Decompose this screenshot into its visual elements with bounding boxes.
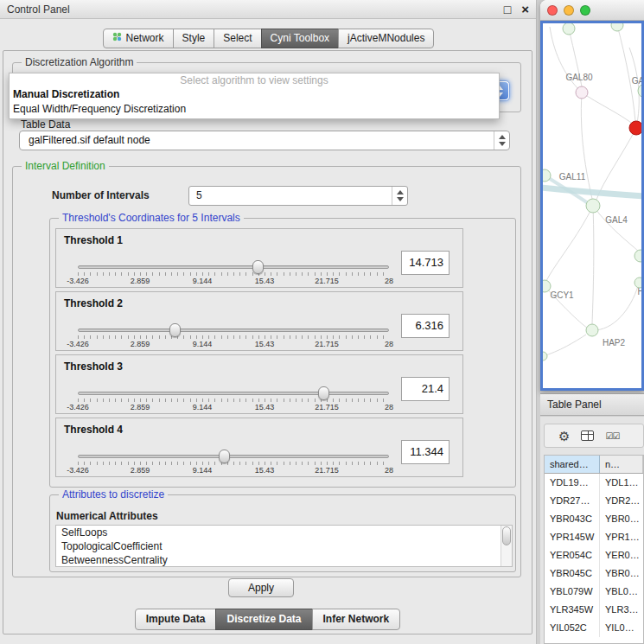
attribute-item[interactable]: SelfLoops — [56, 526, 512, 539]
slider-ticks — [78, 272, 389, 276]
scale-label: -3.426 — [67, 340, 89, 348]
scale-label: -3.426 — [67, 277, 89, 285]
tab-cyni-toolbox[interactable]: Cyni Toolbox — [261, 29, 339, 48]
column-header[interactable]: shared… — [545, 456, 600, 473]
slider-thumb[interactable] — [252, 260, 264, 274]
numerical-attributes-listbox[interactable]: SelfLoopsTopologicalCoefficientBetweenne… — [55, 525, 513, 567]
network-svg: GAL80GAGAL11GAL4GCY1HHAP2 — [543, 23, 641, 388]
table-row[interactable]: YPR145WYPR1… — [545, 528, 643, 546]
threshold-slider[interactable]: -3.4262.8599.14415.4321.71528 — [78, 260, 389, 286]
numerical-attributes-list: SelfLoopsTopologicalCoefficientBetweenne… — [56, 526, 512, 567]
scrollbar[interactable] — [501, 526, 512, 566]
tab-discretize-data[interactable]: Discretize Data — [215, 609, 312, 630]
node-label: HAP2 — [603, 338, 626, 348]
network-edge — [581, 92, 592, 199]
network-node[interactable] — [634, 250, 641, 262]
node-table: shared…n… YDL19…YDL1…YDR27…YDR2…YBR043CY… — [544, 455, 644, 644]
table-cell: YER054C — [545, 546, 600, 564]
spinner-arrows-icon[interactable] — [392, 187, 407, 205]
scale-label: 28 — [385, 277, 393, 285]
close-icon[interactable]: × — [521, 3, 529, 16]
threshold-value-field[interactable]: 14.713 — [401, 251, 450, 275]
slider-track[interactable] — [78, 392, 389, 395]
table-body: YDL19…YDL1…YDR27…YDR2…YBR043CYBR0…YPR145… — [545, 474, 643, 637]
slider-track[interactable] — [78, 328, 389, 332]
threshold-slider[interactable]: -3.4262.8599.14415.4321.71528 — [78, 323, 389, 349]
network-node[interactable] — [563, 23, 575, 35]
minimize-traffic-light[interactable] — [564, 5, 574, 16]
scrollbar-thumb[interactable] — [502, 526, 511, 545]
scale-label: 28 — [385, 403, 393, 411]
network-node[interactable] — [543, 169, 551, 182]
table-cell: YPR1… — [600, 528, 643, 546]
attribute-item[interactable]: TopologicalCoefficient — [56, 539, 512, 553]
slider-thumb[interactable] — [169, 323, 181, 337]
network-node[interactable] — [611, 23, 623, 31]
slider-thumb[interactable] — [219, 450, 230, 463]
table-row[interactable]: YLR345WYLR3… — [545, 601, 643, 619]
network-node[interactable] — [586, 324, 598, 336]
slider-ticks — [78, 462, 389, 465]
table-row[interactable]: YBR045CYBR0… — [545, 564, 643, 583]
numerical-attributes-label: Numerical Attributes — [56, 510, 158, 522]
columns-icon[interactable] — [581, 430, 594, 441]
threshold-value-field[interactable]: 21.4 — [401, 377, 450, 401]
table-row[interactable]: YBL079WYBL0… — [545, 583, 643, 601]
attribute-item[interactable]: BetweennessCentrality — [56, 553, 512, 567]
popup-option[interactable]: Equal Width/Frequency Discretization — [10, 102, 499, 117]
network-node[interactable] — [586, 199, 600, 213]
threshold-slider[interactable]: -3.4262.8599.14415.4321.71528 — [78, 386, 389, 412]
threshold-rows: Threshold 1 -3.4262.8599.14415.4321.7152… — [55, 228, 463, 477]
threshold-slider[interactable]: -3.4262.8599.14415.4321.71528 — [78, 450, 389, 475]
apply-button[interactable]: Apply — [228, 578, 294, 597]
tab-select[interactable]: Select — [214, 29, 261, 48]
table-data-combobox[interactable]: galFiltered.sif default node — [19, 131, 510, 150]
node-label: GCY1 — [550, 290, 574, 300]
bottom-tab-bar: Impute DataDiscretize DataInfer Network — [3, 609, 532, 630]
gear-icon[interactable]: ⚙ — [558, 430, 570, 443]
network-edge — [592, 206, 594, 324]
select-columns-icon[interactable]: ☑☑ — [605, 431, 619, 441]
slider-track[interactable] — [78, 265, 389, 269]
combobox-arrows-icon[interactable] — [494, 131, 509, 150]
scale-label: 21.715 — [315, 403, 339, 411]
tab-jactivemnodules[interactable]: jActiveMNodules — [338, 29, 434, 48]
table-panel-header[interactable]: Table Panel — [540, 393, 644, 416]
threshold-value-field[interactable]: 6.316 — [401, 314, 450, 338]
table-cell: YBL079W — [545, 583, 600, 601]
popup-option[interactable]: Manual Discretization — [10, 87, 499, 102]
slider-thumb[interactable] — [318, 386, 329, 400]
table-data-value: galFiltered.sif default node — [29, 134, 150, 146]
slider-track[interactable] — [78, 455, 389, 458]
network-node[interactable] — [629, 121, 641, 135]
zoom-traffic-light[interactable] — [580, 5, 590, 16]
table-row[interactable]: YDL19…YDL1… — [545, 474, 643, 492]
tab-impute-data[interactable]: Impute Data — [135, 609, 217, 630]
table-row[interactable]: YBR043CYBR0… — [545, 510, 643, 528]
threshold-value-field[interactable]: 11.344 — [401, 440, 450, 464]
table-row[interactable]: YIL052CYIL0… — [545, 619, 643, 637]
network-node[interactable] — [543, 352, 547, 360]
scale-label: 28 — [385, 340, 393, 348]
cyni-toolbox-panel: Discretization Algorithm Select algorith… — [3, 50, 532, 634]
number-of-intervals-spinner[interactable]: 5 — [188, 186, 408, 206]
table-cell: YBR0… — [600, 564, 643, 583]
node-label: H — [637, 287, 641, 296]
close-traffic-light[interactable] — [547, 5, 558, 16]
slider-scale: -3.4262.8599.14415.4321.71528 — [78, 340, 389, 348]
scale-label: 9.144 — [193, 340, 213, 348]
scale-label: -3.426 — [67, 403, 89, 411]
table-header-row: shared…n… — [545, 456, 643, 474]
tab-network[interactable]: Network — [103, 29, 174, 48]
column-header[interactable]: n… — [600, 456, 643, 473]
network-window-titlebar[interactable] — [540, 0, 644, 21]
control-panel-titlebar[interactable]: Control Panel □ × — [0, 0, 536, 19]
table-row[interactable]: YDR27…YDR2… — [545, 492, 643, 510]
tab-infer-network[interactable]: Infer Network — [312, 609, 401, 630]
table-row[interactable]: YER054CYER0… — [545, 546, 643, 564]
tab-style[interactable]: Style — [173, 29, 215, 48]
network-canvas[interactable]: GAL80GAGAL11GAL4GCY1HHAP2 — [540, 21, 644, 391]
network-node[interactable] — [576, 86, 588, 99]
algorithm-dropdown-popup: Select algorithm to view settings Manual… — [9, 73, 500, 119]
float-window-icon[interactable]: □ — [504, 3, 511, 16]
